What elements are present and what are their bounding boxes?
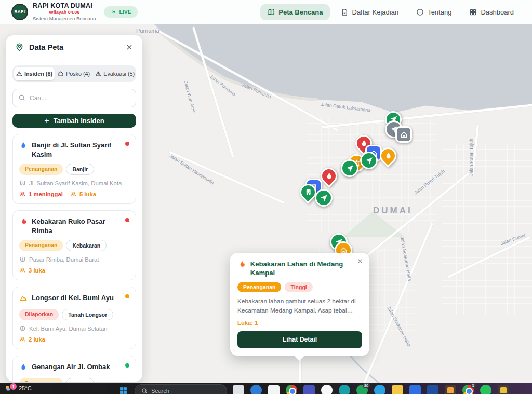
status-badge: Banjir [66, 378, 94, 382]
taskbar-icon-folder[interactable] [391, 384, 404, 394]
tambah-insiden-button[interactable]: + Tambah Insiden [12, 114, 136, 128]
nav-dashboard[interactable]: Dashboard [462, 4, 521, 20]
taskbar-icon-whatsapp[interactable] [480, 384, 492, 394]
incident-title: Kebakaran Ruko Pasar Rimba [32, 217, 121, 235]
temperature-label: 25°C [19, 385, 32, 391]
nav-label: Dashboard [481, 8, 514, 16]
brand: RAPI RAPI KOTA DUMAI Wilayah 04.06 Siste… [11, 2, 96, 22]
casualty-stat: 2 luka [19, 336, 45, 343]
taskbar-icon-edge-beta[interactable] [338, 384, 351, 394]
app-window: DUMAI PurnamaJalan Wan AmirJalan Purnama… [0, 0, 532, 394]
badge-count: 80 [363, 383, 370, 388]
taskbar-icon-edge[interactable] [250, 384, 262, 394]
incident-location: Pasar Rimba, Dumai Barat [19, 256, 129, 263]
status-badge: Kebakaran [66, 240, 107, 251]
popup-description: Kebakaran lahan gambut seluas 2 hektar d… [237, 297, 362, 315]
search-input[interactable] [12, 89, 136, 107]
nav-daftar-kejadian[interactable]: Daftar Kejadian [334, 4, 406, 20]
map-marker-droplet[interactable] [321, 168, 337, 184]
info-icon [416, 8, 424, 16]
tab-label: Insiden (8) [24, 71, 52, 77]
popup-casualty-stat: Luka: 1 [237, 320, 362, 326]
main-nav: Peta Bencana Daftar Kejadian Tentang Das… [260, 4, 521, 20]
status-badge: Banjir [66, 164, 94, 175]
close-icon [357, 258, 363, 264]
home-icon [58, 71, 64, 77]
taskbar-icon-photos[interactable] [409, 384, 421, 394]
windows-taskbar: 1 25°C Search 805 [0, 383, 532, 394]
status-dot [125, 142, 129, 146]
nav-peta-bencana[interactable]: Peta Bencana [260, 4, 329, 20]
status-badge: Penanganan [19, 378, 63, 382]
taskbar-icon-defender[interactable]: 80 [356, 384, 368, 394]
taskbar-icon-calendar[interactable] [268, 384, 280, 394]
broadcast-icon [110, 9, 116, 15]
map-street-label: Jalan Puteri Tujuh [469, 139, 474, 176]
file-text-icon [341, 8, 349, 16]
rapi-logo: RAPI [11, 4, 28, 20]
map-icon [267, 8, 275, 16]
map-marker-nav[interactable] [360, 152, 378, 169]
close-icon [126, 44, 133, 51]
map-city-label: DUMAI [373, 206, 413, 216]
taskbar-icon-telegram[interactable] [374, 384, 386, 394]
taskbar-search[interactable]: Search [135, 384, 227, 394]
tab-posko[interactable]: Posko (4) [56, 67, 92, 80]
status-badge: Tanah Longsor [62, 309, 113, 320]
panel-title: Data Peta [29, 43, 120, 51]
badge-count: 5 [471, 383, 476, 388]
flame-icon [19, 218, 28, 228]
casualty-stat: 3 luka [19, 267, 45, 274]
org-name: RAPI KOTA DUMAI [33, 2, 96, 9]
taskbar-icon-tile-yellow[interactable] [497, 384, 510, 394]
taskbar-icon-chrome-badged[interactable]: 5 [462, 384, 474, 394]
nav-label: Tentang [428, 8, 451, 16]
incident-card[interactable]: Kebakaran Ruko Pasar Rimba PenangananKeb… [12, 210, 136, 280]
map-marker-nav[interactable] [341, 159, 358, 177]
tab-insiden[interactable]: Insiden (8) [14, 67, 55, 80]
taskbar-search-label: Search [151, 388, 169, 394]
popup-title: Kebakaran Lahan di Medang Kampai [250, 260, 355, 277]
plus-icon: + [44, 116, 49, 126]
status-badge: Penanganan [237, 282, 281, 292]
nav-label: Daftar Kejadian [352, 8, 399, 16]
nav-label: Peta Bencana [278, 8, 323, 16]
taskbar-icon-google-app[interactable] [321, 384, 333, 394]
search-icon [18, 94, 25, 101]
app-header: RAPI RAPI KOTA DUMAI Wilayah 04.06 Siste… [0, 0, 532, 24]
map-marker-building[interactable] [300, 184, 316, 200]
taskbar-icon-tile-orange[interactable] [444, 384, 457, 394]
tab-label: Posko (4) [66, 71, 90, 77]
add-button-label: Tambah Insiden [54, 117, 104, 125]
taskbar-icon-store[interactable] [427, 384, 439, 394]
taskbar-icon-task-view[interactable] [232, 384, 245, 394]
warning-triangle-icon [16, 71, 22, 77]
tent-icon [95, 71, 101, 77]
incident-title: Longsor di Kel. Bumi Ayu [32, 293, 114, 303]
casualty-stat: 1 meninggal [19, 191, 63, 197]
panel-close-button[interactable] [125, 43, 134, 52]
incident-card[interactable]: Banjir di Jl. Sultan Syarif Kasim Penang… [12, 134, 136, 204]
notification-badge: 1 [10, 383, 17, 390]
map-marker-house[interactable] [395, 126, 412, 143]
incident-card[interactable]: Longsor di Kel. Bumi Ayu DilaporkanTanah… [12, 287, 136, 349]
incident-card[interactable]: Genangan Air Jl. Ombak PenangananBanjir … [12, 356, 136, 382]
droplet-icon [19, 141, 28, 152]
dashboard-icon [469, 8, 477, 16]
windows-logo-icon [119, 386, 128, 394]
map-marker-nav[interactable] [315, 189, 332, 207]
map-marker-droplet[interactable] [380, 147, 396, 164]
taskbar-icon-teams[interactable] [303, 384, 315, 394]
severity-badge: Tinggi [285, 282, 312, 292]
taskbar-icon-chrome[interactable] [285, 384, 298, 394]
lihat-detail-button[interactable]: Lihat Detail [237, 331, 362, 348]
popup-close-button[interactable] [356, 257, 364, 265]
start-button[interactable] [117, 384, 129, 394]
taskbar-weather[interactable]: 1 25°C [0, 383, 32, 392]
incident-popup: Kebakaran Lahan di Medang Kampai Penanga… [230, 253, 369, 356]
nav-tentang[interactable]: Tentang [409, 4, 458, 20]
tab-evakuasi[interactable]: Evakuasi (5) [93, 67, 137, 80]
incident-location: Jl. Sultan Syarif Kasim, Dumai Kota [19, 180, 129, 186]
search-icon [141, 388, 148, 394]
app-name: Sistem Manajemen Bencana [33, 16, 96, 22]
